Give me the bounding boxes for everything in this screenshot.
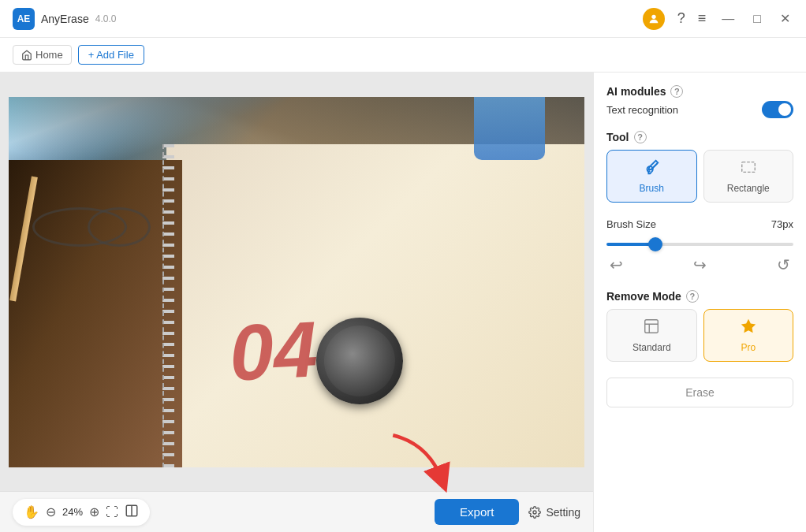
close-button[interactable]: ✕: [777, 9, 793, 28]
svg-marker-7: [741, 319, 756, 333]
reset-button[interactable]: ↺: [774, 252, 793, 277]
brush-icon: [643, 158, 660, 180]
brush-size-label: Brush Size: [606, 218, 656, 230]
remove-mode-section: Remove Mode ? Standard Pro: [606, 290, 793, 362]
brush-size-slider[interactable]: [606, 243, 793, 246]
app-name: AnyErase: [41, 13, 89, 25]
export-button[interactable]: Export: [435, 499, 519, 525]
tool-help-icon[interactable]: ?: [634, 131, 647, 143]
app-logo: AE: [13, 8, 35, 30]
standard-mode-label: Standard: [632, 342, 671, 353]
fit-screen-button[interactable]: ⛶: [106, 505, 118, 519]
titlebar: AE AnyErase 4.0.0 ? ≡ — □ ✕: [0, 0, 806, 38]
bottom-right-actions: Export Setting: [435, 499, 580, 525]
toolbar: Home + Add File: [0, 38, 806, 73]
remove-mode-help-icon[interactable]: ?: [686, 290, 699, 303]
brush-size-row: Brush Size 73px: [606, 218, 793, 230]
svg-rect-6: [645, 320, 659, 333]
tool-options: Brush Rectangle: [606, 150, 793, 203]
main-image[interactable]: 04: [9, 97, 584, 467]
remove-mode-title: Remove Mode ?: [606, 290, 793, 303]
brush-size-value: 73px: [771, 218, 793, 230]
rectangle-icon: [740, 158, 757, 180]
titlebar-right: ? ≡ — □ ✕: [643, 8, 793, 30]
rectangle-tool-button[interactable]: Rectangle: [703, 150, 794, 203]
main-layout: 04 ✋ ⊖ 24% ⊕ ⛶: [0, 73, 806, 532]
zoom-controls: ✋ ⊖ 24% ⊕ ⛶: [13, 499, 150, 526]
ai-modules-section: AI modules ? Text recognition: [606, 85, 793, 118]
brush-size-section: Brush Size 73px ↩ ↪ ↺: [606, 215, 793, 277]
redo-button[interactable]: ↪: [690, 252, 710, 277]
brush-tool-button[interactable]: Brush: [606, 150, 697, 203]
setting-button[interactable]: Setting: [528, 506, 580, 519]
svg-point-3: [533, 511, 536, 514]
minimize-button[interactable]: —: [718, 10, 737, 28]
text-recognition-toggle[interactable]: [762, 101, 793, 118]
standard-icon: [643, 318, 660, 339]
standard-mode-button[interactable]: Standard: [606, 309, 697, 362]
rectangle-tool-label: Rectangle: [727, 183, 770, 194]
home-label: Home: [35, 49, 63, 61]
menu-icon[interactable]: ≡: [698, 10, 707, 27]
image-container[interactable]: 04: [0, 73, 593, 491]
tool-section: Tool ? Brush Rectangle: [606, 131, 793, 203]
text-recognition-label: Text recognition: [606, 104, 678, 116]
add-file-label: + Add File: [88, 49, 134, 61]
svg-rect-5: [742, 162, 756, 173]
pro-mode-button[interactable]: Pro: [703, 309, 794, 362]
brush-size-slider-container: [606, 235, 793, 249]
canvas-area: 04 ✋ ⊖ 24% ⊕ ⛶: [0, 73, 593, 532]
bottom-controls: ✋ ⊖ 24% ⊕ ⛶ Export Setting: [0, 491, 593, 532]
pan-tool-icon[interactable]: ✋: [24, 504, 39, 519]
undo-button[interactable]: ↩: [606, 252, 626, 277]
remove-options: Standard Pro: [606, 309, 793, 362]
tool-title: Tool ?: [606, 131, 793, 143]
zoom-percent: 24%: [62, 506, 83, 518]
home-button[interactable]: Home: [13, 45, 72, 65]
setting-label: Setting: [546, 506, 580, 519]
pro-icon: [740, 318, 757, 339]
user-avatar[interactable]: [643, 8, 665, 30]
split-view-button[interactable]: [125, 504, 139, 521]
svg-point-0: [651, 14, 655, 18]
ai-modules-help-icon[interactable]: ?: [670, 85, 683, 98]
zoom-in-button[interactable]: ⊕: [89, 504, 99, 519]
history-row: ↩ ↪ ↺: [606, 252, 793, 277]
brush-tool-label: Brush: [640, 183, 664, 194]
ai-modules-title: AI modules ?: [606, 85, 793, 98]
text-recognition-row: Text recognition: [606, 101, 793, 118]
titlebar-left: AE AnyErase 4.0.0: [13, 8, 116, 30]
right-panel: AI modules ? Text recognition Tool ? Bru…: [593, 73, 806, 532]
pro-mode-label: Pro: [741, 342, 756, 353]
help-icon[interactable]: ?: [677, 10, 685, 27]
erase-button[interactable]: Erase: [606, 378, 793, 407]
maximize-button[interactable]: □: [750, 10, 764, 28]
app-version: 4.0.0: [95, 13, 117, 24]
add-file-button[interactable]: + Add File: [78, 45, 144, 65]
zoom-out-button[interactable]: ⊖: [46, 504, 56, 519]
